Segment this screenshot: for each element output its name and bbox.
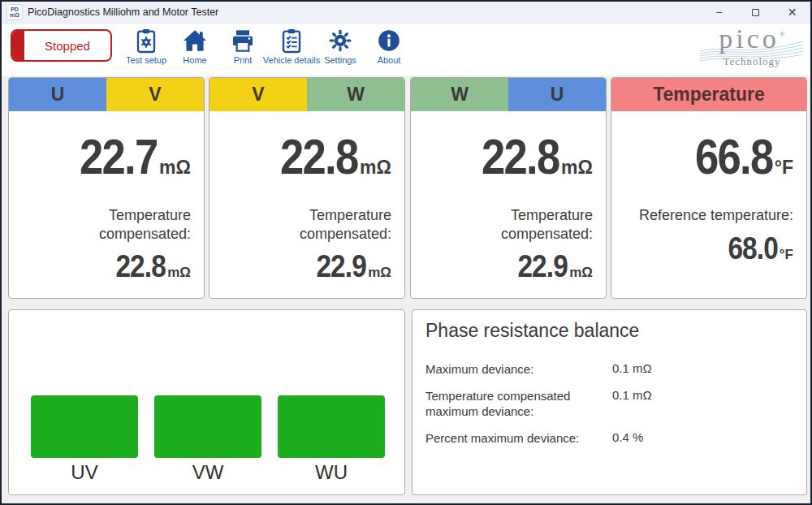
balance-row-label: Temperature compensated maximum deviance… (425, 388, 612, 420)
wu-compensated-number: 22.9 (518, 249, 568, 284)
app-icon-text-top: PD (11, 6, 19, 12)
temperature-value: 66.8°F (624, 127, 793, 185)
wu-compensated-unit: mΩ (569, 265, 593, 280)
maximize-button[interactable] (737, 2, 774, 23)
wu-resistance-value: 22.8mΩ (424, 127, 593, 185)
balance-row-label: Maximum deviance: (425, 361, 612, 378)
reference-temperature-number: 68.0 (728, 231, 778, 266)
info-icon (376, 28, 402, 54)
home-icon (182, 28, 208, 54)
temperature-number: 66.8 (695, 127, 773, 185)
bar-wu (278, 395, 385, 458)
window-controls: − ✕ (701, 2, 810, 23)
phase-label-v: V (106, 78, 204, 111)
wu-resistance-number: 22.8 (482, 127, 559, 185)
toolbar-about-label: About (355, 55, 423, 65)
phase-label-w: W (307, 78, 404, 111)
balance-row-comp-max-deviance: Temperature compensated maximum deviance… (425, 388, 793, 420)
toolbar-about-button[interactable]: About (355, 28, 423, 65)
vw-compensated-unit: mΩ (368, 265, 391, 280)
phase-label-v: V (209, 78, 307, 111)
panel-uv-body: 22.7mΩ Temperature compensated: 22.8mΩ (9, 127, 204, 284)
app-window: PD mΩ PicoDiagnostics Milliohm and Motor… (0, 0, 812, 505)
temperature-panel-header: Temperature (611, 78, 806, 111)
balance-row-value: 0.1 mΩ (612, 388, 652, 420)
uv-compensated-unit: mΩ (167, 265, 191, 280)
temperature-panel: Temperature 66.8°F Reference temperature… (611, 77, 807, 299)
phase-label-u: U (508, 78, 606, 111)
balance-row-max-deviance: Maximum deviance: 0.1 mΩ (425, 361, 793, 378)
phase-resistance-balance-panel: Phase resistance balance Maximum devianc… (412, 309, 807, 495)
balance-row-percent-max-deviance: Percent maximum deviance: 0.4 % (425, 430, 793, 447)
uv-compensated-label: Temperature compensated: (81, 206, 191, 243)
logo-brand: pico® (700, 25, 804, 53)
bar-label-vw: VW (154, 461, 261, 484)
balance-row-label: Percent maximum deviance: (425, 430, 612, 447)
gear-icon (327, 28, 353, 54)
clipboard-gear-icon (133, 28, 159, 54)
app-icon: PD mΩ (6, 4, 23, 20)
phase-label-w: W (411, 78, 508, 111)
balance-title: Phase resistance balance (425, 320, 793, 342)
printer-icon (230, 28, 256, 54)
window-title: PicoDiagnostics Milliohm and Motor Teste… (28, 6, 218, 18)
wu-compensated-value: 22.9mΩ (424, 249, 593, 284)
panel-wu-header: W U (411, 78, 606, 111)
minimize-button[interactable]: − (701, 2, 737, 23)
toolbar: Stopped Test setup (2, 24, 810, 76)
clipboard-checklist-icon (279, 28, 304, 54)
temperature-header-label: Temperature (611, 78, 806, 111)
balance-row-value: 0.1 mΩ (612, 361, 652, 378)
uv-compensated-value: 22.8mΩ (22, 249, 191, 284)
vw-resistance-unit: mΩ (360, 157, 391, 178)
temperature-unit: °F (775, 157, 793, 178)
uv-resistance-unit: mΩ (159, 157, 191, 178)
status-red-stripe (12, 31, 24, 60)
phase-balance-bar-chart: UV VW WU (8, 309, 405, 495)
vw-resistance-value: 22.8mΩ (222, 127, 391, 185)
measurement-panel-uv: U V 22.7mΩ Temperature compensated: 22.8… (8, 77, 205, 299)
bar-label-uv: UV (31, 461, 138, 484)
logo-sub: Technology (700, 55, 804, 68)
reference-temperature-unit: °F (780, 247, 793, 262)
panel-vw-body: 22.8mΩ Temperature compensated: 22.9mΩ (209, 127, 404, 284)
status-label: Stopped (12, 39, 110, 53)
reference-temperature-label: Reference temperature: (624, 206, 793, 225)
reference-temperature-value: 68.0°F (624, 231, 793, 266)
maximize-icon (752, 9, 759, 16)
balance-row-value: 0.4 % (612, 430, 643, 447)
panel-uv-header: U V (9, 78, 204, 111)
temperature-panel-body: 66.8°F Reference temperature: 68.0°F (611, 127, 806, 266)
vw-compensated-label: Temperature compensated: (282, 206, 391, 243)
stopped-status-button[interactable]: Stopped (11, 29, 112, 62)
vw-compensated-number: 22.9 (317, 249, 367, 284)
wu-resistance-unit: mΩ (561, 157, 593, 178)
close-button[interactable]: ✕ (774, 2, 810, 23)
registered-mark: ® (780, 30, 785, 38)
uv-resistance-value: 22.7mΩ (22, 127, 191, 185)
bar-uv (31, 395, 138, 458)
measurement-panel-vw: V W 22.8mΩ Temperature compensated: 22.9… (209, 77, 405, 299)
vw-compensated-value: 22.9mΩ (222, 249, 391, 284)
uv-resistance-number: 22.7 (80, 127, 158, 185)
bar-vw (154, 395, 261, 458)
uv-compensated-number: 22.8 (116, 249, 166, 284)
vw-resistance-number: 22.8 (280, 127, 358, 185)
panel-wu-body: 22.8mΩ Temperature compensated: 22.9mΩ (411, 127, 606, 284)
bar-label-wu: WU (278, 461, 385, 484)
app-icon-text-bottom: mΩ (10, 12, 19, 18)
wu-compensated-label: Temperature compensated: (483, 206, 593, 243)
pico-technology-logo: pico® Technology (700, 25, 804, 72)
titlebar: PD mΩ PicoDiagnostics Milliohm and Motor… (2, 2, 810, 24)
phase-label-u: U (9, 78, 106, 111)
measurement-panel-wu: W U 22.8mΩ Temperature compensated: 22.9… (410, 77, 607, 299)
panel-vw-header: V W (209, 78, 404, 111)
